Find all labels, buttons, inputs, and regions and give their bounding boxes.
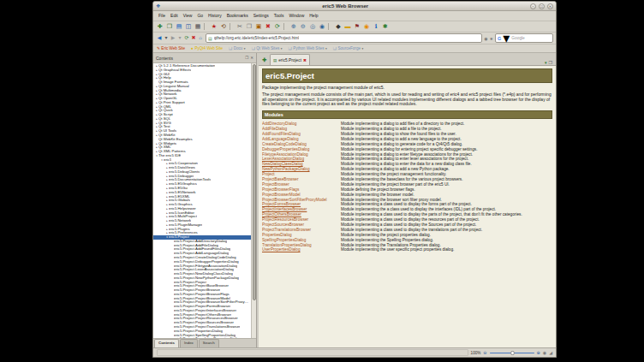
toolbar-icon[interactable] bbox=[283, 23, 288, 30]
module-link[interactable]: ProjectBrowserFlags bbox=[262, 187, 337, 192]
menu-item[interactable]: Help bbox=[307, 11, 320, 21]
toolbar-icon[interactable] bbox=[204, 23, 208, 30]
tree-scrollbar[interactable] bbox=[251, 63, 256, 338]
zoom-slider[interactable] bbox=[490, 350, 534, 356]
module-link[interactable]: LexerAssociationDialog bbox=[262, 157, 337, 161]
zoom-reset-icon[interactable]: ◉ bbox=[543, 350, 546, 355]
menu-item[interactable]: Window bbox=[286, 11, 307, 21]
zoom-out-icon[interactable]: ⊖ bbox=[299, 22, 307, 31]
closed-tabs-icon[interactable]: ❐ bbox=[549, 60, 552, 65]
forward-menu-icon[interactable]: ▾ bbox=[176, 33, 183, 44]
module-link[interactable]: ProjectFormsBrowser bbox=[262, 202, 337, 206]
tab-list-icon[interactable]: ▾ bbox=[545, 60, 547, 65]
module-link[interactable]: PropertiesDialog bbox=[262, 233, 337, 237]
print-icon[interactable]: ▦ bbox=[194, 22, 202, 31]
language-flag-icon[interactable]: ▬ bbox=[343, 22, 352, 31]
module-link[interactable]: AddFileDialog bbox=[262, 127, 337, 131]
module-link[interactable]: NewPythonPackageDialog bbox=[262, 167, 337, 171]
module-link[interactable]: AddDirectoryDialog bbox=[262, 122, 337, 126]
menu-item[interactable]: Bookmarks bbox=[224, 11, 251, 21]
module-link[interactable]: ProjectBrowser bbox=[262, 182, 337, 187]
float-dock-icon[interactable]: ❐ bbox=[245, 56, 248, 60]
open-file-icon[interactable]: ▤ bbox=[175, 22, 183, 31]
sidebar-tab[interactable]: Search bbox=[199, 339, 219, 347]
maximize-button[interactable]: □ bbox=[539, 3, 545, 9]
feed-icon[interactable]: ◉ bbox=[484, 36, 487, 41]
title-bar[interactable]: ❖ eric5 Web Browser − □ ✕ bbox=[153, 2, 556, 11]
search-engine-icon[interactable]: G bbox=[498, 36, 501, 41]
new-tab-button[interactable]: ✚ bbox=[260, 56, 268, 65]
bookmark-item[interactable]: ❏ SourceForge ▾ bbox=[333, 46, 363, 50]
module-link[interactable]: ProjectSourcesBrowser bbox=[262, 223, 337, 227]
menu-item[interactable]: Tools bbox=[271, 11, 287, 21]
zoom-in-icon[interactable]: ⊕ bbox=[289, 22, 298, 31]
stop-icon[interactable]: ✖ bbox=[264, 22, 272, 31]
close-tab-icon[interactable]: ✖ bbox=[303, 58, 307, 62]
module-link[interactable]: UserPropertiesDialog bbox=[262, 247, 337, 252]
search-input[interactable]: G ▾ Google bbox=[495, 33, 553, 43]
find-icon[interactable]: ◉ bbox=[318, 22, 326, 31]
history-icon[interactable]: ⟲ bbox=[219, 22, 228, 31]
menu-item[interactable]: View bbox=[181, 11, 195, 21]
privacy-icon[interactable]: ◆ bbox=[334, 22, 343, 31]
module-link[interactable]: AddFoundFilesDialog bbox=[262, 132, 337, 136]
minimize-button[interactable]: − bbox=[530, 3, 536, 9]
reload-icon[interactable]: ⟳ bbox=[273, 22, 282, 31]
sidebar-tab[interactable]: Index bbox=[180, 339, 198, 347]
home-icon[interactable]: ⌂ bbox=[197, 33, 204, 44]
zoom-out-icon[interactable]: ⊖ bbox=[483, 350, 486, 355]
module-link[interactable]: Project bbox=[262, 172, 337, 176]
toolbar-icon[interactable] bbox=[230, 23, 234, 30]
close-button[interactable]: ✕ bbox=[547, 3, 553, 9]
module-link[interactable]: AddLanguageDialog bbox=[262, 137, 337, 141]
resize-grip-icon[interactable]: ◢ bbox=[549, 350, 552, 355]
module-link[interactable]: DebuggerPropertiesDialog bbox=[262, 147, 337, 151]
preferences-icon[interactable]: ✱ bbox=[381, 22, 390, 31]
module-link[interactable]: ProjectInterfacesBrowser bbox=[262, 207, 337, 211]
url-input[interactable]: ▤ qthelp://org.eric.ide/eric5/index-eric… bbox=[206, 33, 482, 43]
menu-item[interactable]: Go bbox=[194, 11, 206, 21]
bookmark-item[interactable]: ● PyQt4 Web Site bbox=[191, 46, 223, 50]
module-link[interactable]: ProjectBrowserSortFilterProxyModel bbox=[262, 198, 337, 202]
close-dock-icon[interactable]: ✕ bbox=[250, 56, 253, 60]
bookmark-page-icon[interactable]: ★ bbox=[490, 36, 493, 41]
module-link[interactable]: NewDialogClassDialog bbox=[262, 162, 337, 166]
save-icon[interactable]: ◫ bbox=[184, 22, 193, 31]
new-tab-icon[interactable]: ✚ bbox=[156, 22, 164, 31]
bookmark-item[interactable]: ❏ Python Web Sites ▾ bbox=[289, 46, 327, 50]
stop-icon[interactable]: ✖ bbox=[190, 33, 197, 44]
toolbar-icon[interactable] bbox=[328, 23, 332, 30]
bookmark-item[interactable]: ❏ Qt Web Sites ▾ bbox=[252, 46, 283, 50]
zoom-slider-handle[interactable] bbox=[510, 351, 515, 355]
paste-icon[interactable]: ▣ bbox=[254, 22, 263, 31]
module-link[interactable]: SpellingPropertiesDialog bbox=[262, 238, 337, 242]
module-link[interactable]: ProjectOthersBrowser bbox=[262, 212, 337, 217]
module-link[interactable]: ProjectTranslationsBrowser bbox=[262, 228, 337, 232]
feed-icon[interactable]: ◉ bbox=[362, 22, 371, 31]
new-window-icon[interactable]: ❐ bbox=[165, 22, 174, 31]
help-icon[interactable]: ℹ bbox=[372, 22, 380, 31]
module-link[interactable]: TranslationPropertiesDialog bbox=[262, 243, 337, 247]
tree-scrollbar-thumb[interactable] bbox=[253, 64, 256, 300]
bookmark-item[interactable]: ✎ Eric Web Site bbox=[157, 46, 185, 50]
reload-icon[interactable]: ⟳ bbox=[183, 33, 190, 44]
copy-icon[interactable]: ❐ bbox=[245, 22, 253, 31]
menu-item[interactable]: Edit bbox=[168, 11, 181, 21]
forward-icon[interactable]: ▶ bbox=[170, 33, 176, 44]
back-icon[interactable]: ◀ bbox=[156, 33, 163, 44]
zoom-in-icon[interactable]: ⊕ bbox=[537, 350, 540, 355]
cut-icon[interactable]: ✂ bbox=[236, 22, 244, 31]
back-menu-icon[interactable]: ▾ bbox=[163, 33, 170, 44]
menu-item[interactable]: File bbox=[156, 11, 168, 21]
menu-item[interactable]: History bbox=[206, 11, 224, 21]
zoom-reset-icon[interactable]: ◎ bbox=[308, 22, 317, 31]
bookmark-icon[interactable]: ★ bbox=[210, 22, 218, 31]
module-link[interactable]: ProjectResourcesBrowser bbox=[262, 217, 337, 222]
module-link[interactable]: ProjectBaseBrowser bbox=[262, 177, 337, 181]
module-link[interactable]: CreateDialogCodeDialog bbox=[262, 142, 337, 146]
module-link[interactable]: FiletypeAssociationDialog bbox=[262, 152, 337, 157]
translate-icon[interactable]: ⚑ bbox=[353, 22, 361, 31]
bookmark-item[interactable]: ❏ Docu ▾ bbox=[229, 46, 246, 50]
module-link[interactable]: ProjectBrowserModel bbox=[262, 193, 337, 197]
sidebar-tab[interactable]: Contents bbox=[154, 339, 179, 347]
